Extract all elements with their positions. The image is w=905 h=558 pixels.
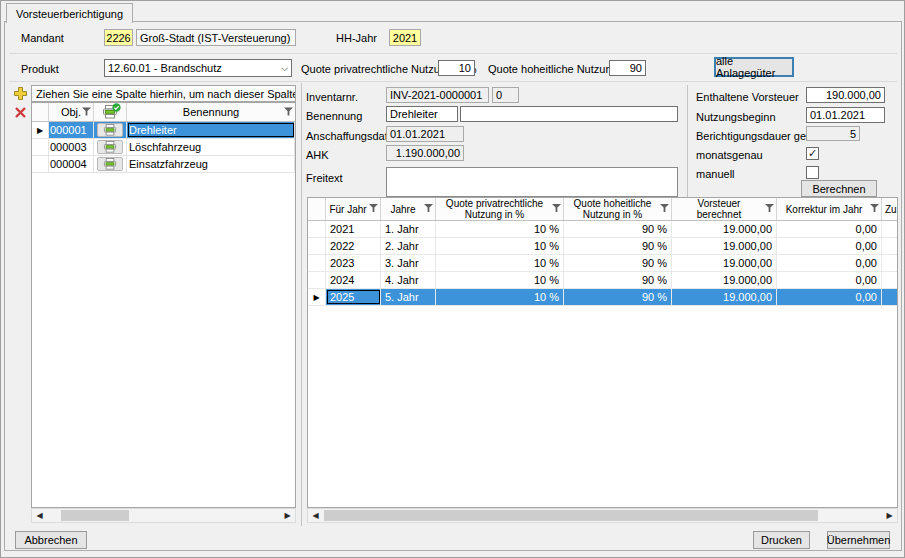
alle-anlagegueter-button[interactable]: alle Anlagegüter <box>714 57 794 77</box>
manuell-checkbox[interactable]: ✓ <box>806 166 819 179</box>
benennung-column-header[interactable]: Benennung <box>127 103 295 121</box>
row-selector[interactable] <box>32 156 49 172</box>
berechnen-button[interactable]: Berechnen <box>801 180 877 197</box>
vorsteuer-cell[interactable]: 19.000,00 <box>672 221 777 237</box>
filter-icon[interactable] <box>765 204 774 215</box>
korrektur-cell[interactable]: 0,00 <box>777 289 882 305</box>
clipped-cell[interactable] <box>882 255 897 271</box>
delete-object-button[interactable] <box>12 104 29 121</box>
years-hscrollbar[interactable]: ◀ ▶ <box>307 508 898 523</box>
quote-hoheitlich-cell[interactable]: 90 % <box>564 255 672 271</box>
vorsteuer-cell[interactable]: 19.000,00 <box>672 255 777 271</box>
print-cell[interactable] <box>94 122 127 138</box>
table-row[interactable]: ▶ 2025 5. Jahr 10 % 90 % 19.000,00 0,00 <box>308 289 897 306</box>
anschaffungsdatum-field[interactable]: 01.01.2021 <box>386 126 464 142</box>
monatsgenau-checkbox[interactable]: ✓ <box>806 147 819 160</box>
printer-icon[interactable] <box>97 157 123 171</box>
uebernehmen-button[interactable]: Übernehmen <box>827 531 890 549</box>
chevron-down-icon[interactable]: ⌵ <box>281 63 288 74</box>
abbrechen-button[interactable]: Abbrechen <box>15 531 87 549</box>
jahre-cell[interactable]: 2. Jahr <box>381 238 436 254</box>
row-selector[interactable] <box>308 221 326 237</box>
korrektur-column-header[interactable]: Korrektur im Jahr <box>777 198 882 220</box>
enthaltene-vorsteuer-field[interactable]: 190.000,00 <box>806 87 885 103</box>
obj-column-header[interactable]: Obj. <box>49 103 94 121</box>
scroll-left-icon[interactable]: ◀ <box>308 509 323 522</box>
fuer-jahr-cell[interactable]: 2024 <box>326 272 381 288</box>
hh-jahr-field[interactable]: 2021 <box>389 29 421 46</box>
quote-privat-field[interactable]: 10 <box>438 60 475 76</box>
vorsteuer-cell[interactable]: 19.000,00 <box>672 238 777 254</box>
vorsteuer-berechnet-column-header[interactable]: Vorsteuer berechnet <box>672 198 777 220</box>
quote-hoheitlich-column-header[interactable]: Quote hoheitliche Nutzung in % <box>564 198 672 220</box>
scroll-right-icon[interactable]: ▶ <box>280 509 295 522</box>
jahre-cell[interactable]: 1. Jahr <box>381 221 436 237</box>
scroll-left-icon[interactable]: ◀ <box>32 509 47 522</box>
fuer-jahr-cell[interactable]: 2021 <box>326 221 381 237</box>
group-by-panel[interactable]: Ziehen Sie eine Spalte hierhin, um nach … <box>31 85 296 102</box>
korrektur-cell[interactable]: 0,00 <box>777 255 882 271</box>
obj-cell[interactable]: 000004 <box>49 156 94 172</box>
row-selector[interactable] <box>308 255 326 271</box>
mandant-name-field[interactable]: Groß-Stadt (IST-Versteuerung) <box>136 29 296 46</box>
row-selector[interactable] <box>308 272 326 288</box>
quote-privat-cell[interactable]: 10 % <box>436 289 564 305</box>
korrektur-cell[interactable]: 0,00 <box>777 221 882 237</box>
quote-hoheitlich-cell[interactable]: 90 % <box>564 289 672 305</box>
quote-hoheitlich-cell[interactable]: 90 % <box>564 272 672 288</box>
jahre-cell[interactable]: 3. Jahr <box>381 255 436 271</box>
ahk-field[interactable]: 1.190.000,00 <box>386 145 464 161</box>
print-cell[interactable] <box>94 139 127 155</box>
filter-icon[interactable] <box>424 204 433 215</box>
fuer-jahr-cell[interactable]: 2022 <box>326 238 381 254</box>
fuer-jahr-cell[interactable]: 2025 <box>326 289 381 305</box>
obj-cell[interactable]: 000003 <box>49 139 94 155</box>
table-row[interactable]: 000003 Löschfahrzeug <box>32 139 295 156</box>
quote-hoheitlich-cell[interactable]: 90 % <box>564 238 672 254</box>
quote-privat-cell[interactable]: 10 % <box>436 272 564 288</box>
print-cell[interactable] <box>94 156 127 172</box>
filter-icon[interactable] <box>82 106 91 118</box>
scrollbar-thumb[interactable] <box>324 510 818 521</box>
obj-cell[interactable]: 000001 <box>49 122 94 138</box>
quote-privat-cell[interactable]: 10 % <box>436 238 564 254</box>
berichtigungsdauer-field[interactable]: 5 <box>806 126 860 141</box>
inventarnr-extra-field[interactable]: 0 <box>492 87 519 103</box>
table-row[interactable]: 2024 4. Jahr 10 % 90 % 19.000,00 0,00 <box>308 272 897 289</box>
table-row[interactable]: 000004 Einsatzfahrzeug <box>32 156 295 173</box>
printer-icon[interactable] <box>97 123 123 137</box>
scroll-right-icon[interactable]: ▶ <box>882 509 897 522</box>
add-object-button[interactable] <box>12 85 29 102</box>
jahre-column-header[interactable]: Jahre <box>381 198 436 220</box>
vorsteuer-cell[interactable]: 19.000,00 <box>672 272 777 288</box>
drucken-button[interactable]: Drucken <box>753 531 810 549</box>
table-row[interactable]: ▶ 000001 Drehleiter <box>32 122 295 139</box>
row-selector-header[interactable] <box>308 198 326 220</box>
filter-icon[interactable] <box>870 204 879 215</box>
printer-icon[interactable] <box>97 140 123 154</box>
benennung-cell[interactable]: Einsatzfahrzeug <box>127 156 295 172</box>
scrollbar-thumb[interactable] <box>61 510 129 521</box>
filter-icon[interactable] <box>284 106 293 118</box>
filter-icon[interactable] <box>552 204 561 215</box>
clipped-cell[interactable] <box>882 221 897 237</box>
row-selector[interactable]: ▶ <box>32 122 49 138</box>
nutzungsbeginn-field[interactable]: 01.01.2021 <box>806 107 885 123</box>
row-selector[interactable]: ▶ <box>308 289 326 305</box>
clipped-cell[interactable] <box>882 289 897 305</box>
fuer-jahr-column-header[interactable]: Für Jahr <box>326 198 381 220</box>
fuer-jahr-cell[interactable]: 2023 <box>326 255 381 271</box>
clipped-column-header[interactable]: Zu <box>882 198 897 220</box>
quote-privat-column-header[interactable]: Quote privatrechtliche Nutzung in % <box>436 198 564 220</box>
korrektur-cell[interactable]: 0,00 <box>777 238 882 254</box>
quote-hoheitlich-cell[interactable]: 90 % <box>564 221 672 237</box>
quote-privat-cell[interactable]: 10 % <box>436 221 564 237</box>
filter-icon[interactable] <box>369 204 378 215</box>
quote-hoheitlich-field[interactable]: 90 <box>609 60 646 76</box>
objects-hscrollbar[interactable]: ◀ ▶ <box>31 508 296 523</box>
clipped-cell[interactable] <box>882 272 897 288</box>
produkt-combobox[interactable]: 12.60.01 - Brandschutz ⌵ <box>104 59 292 77</box>
table-row[interactable]: 2021 1. Jahr 10 % 90 % 19.000,00 0,00 <box>308 221 897 238</box>
print-column-header[interactable] <box>94 103 127 121</box>
benennung-cell[interactable]: Löschfahrzeug <box>127 139 295 155</box>
